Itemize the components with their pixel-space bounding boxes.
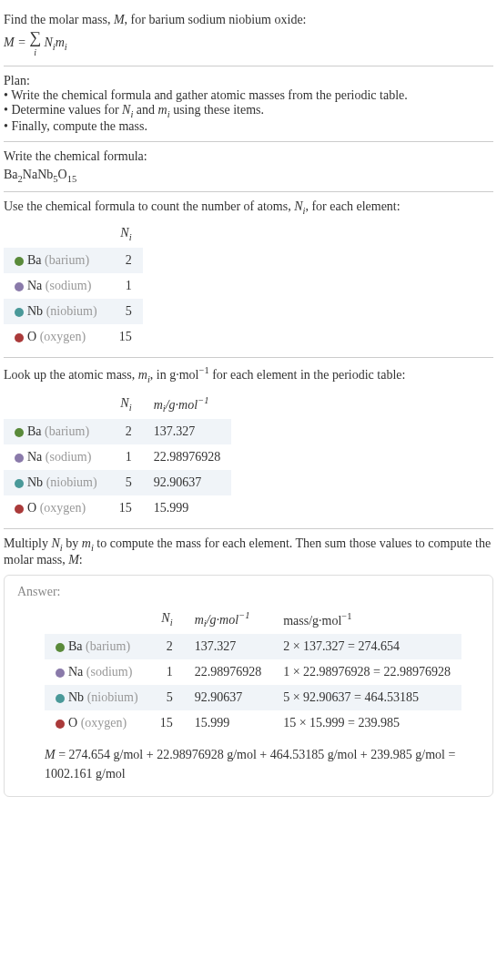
element-cell: Nb (niobium) [45, 685, 149, 710]
mi-header: mi/g·mol−1 [143, 390, 232, 419]
answer-box: Answer: Ni mi/g·mol−1 mass/g·mol−1 Ba (b… [4, 575, 493, 797]
element-cell: Na (sodium) [4, 444, 108, 470]
answer-content: Ni mi/g·mol−1 mass/g·mol−1 Ba (barium) 2… [17, 605, 480, 783]
ni-value: 1 [108, 444, 143, 470]
sigma-icon: ∑ [29, 28, 41, 46]
mi-value: 15.999 [184, 710, 273, 736]
mass-value: 1 × 22.98976928 = 22.98976928 [272, 659, 462, 685]
element-dot-icon [15, 282, 24, 291]
sigma-index: i [34, 47, 36, 57]
element-cell: Na (sodium) [45, 659, 149, 685]
element-dot-icon [56, 669, 65, 678]
element-cell: Nb (niobium) [4, 470, 108, 495]
ni-header: Ni [149, 605, 184, 634]
empty-header [4, 220, 108, 248]
element-dot-icon [15, 257, 24, 266]
ni-value: 5 [108, 299, 143, 324]
atom-count-section: Use the chemical formula to count the nu… [4, 192, 493, 359]
mi-value: 22.98976928 [143, 444, 232, 470]
plan-item: Determine values for Ni and mi using the… [4, 103, 493, 119]
atomic-mass-section: Look up the atomic mass, mi, in g·mol−1 … [4, 358, 493, 529]
mi-value: 137.327 [184, 634, 273, 659]
molar-mass-formula: M = ∑i Nimi [4, 29, 493, 58]
mi-value: 137.327 [143, 419, 232, 444]
element-dot-icon [15, 479, 24, 488]
ni-value: 15 [149, 710, 184, 736]
plan-list: Write the chemical formula and gather at… [4, 88, 493, 134]
sub-i: i [65, 42, 67, 52]
ni-value: 2 [149, 634, 184, 659]
ni-value: 1 [108, 273, 143, 299]
element-dot-icon [56, 720, 65, 729]
intro-section: Find the molar mass, M, for barium sodiu… [4, 5, 493, 66]
table-row: Ba (barium) 2 137.327 [4, 419, 231, 444]
table-row: Nb (niobium) 5 92.90637 [4, 470, 231, 495]
element-dot-icon [15, 505, 24, 514]
intro-text: Find the molar mass, M, for barium sodiu… [4, 13, 493, 27]
plan-item: Finally, compute the mass. [4, 119, 493, 134]
plan-item: Write the chemical formula and gather at… [4, 88, 493, 103]
table-row: Ba (barium) 2 137.327 2 × 137.327 = 274.… [45, 634, 462, 659]
formula-lhs: M [4, 36, 15, 49]
answer-table: Ni mi/g·mol−1 mass/g·mol−1 Ba (barium) 2… [45, 605, 462, 736]
element-cell: Ba (barium) [4, 248, 108, 273]
element-cell: Ba (barium) [4, 419, 108, 444]
intro-line1b: , for barium sodium niobium oxide: [125, 13, 307, 26]
table-header-row: Ni mi/g·mol−1 [4, 390, 231, 419]
ni-value: 2 [108, 248, 143, 273]
answer-label: Answer: [17, 585, 480, 599]
atom-count-table: Ni Ba (barium) 2 Na (sodium) 1 Nb (niobi… [4, 220, 143, 350]
chemical-formula-section: Write the chemical formula: Ba2NaNb5O15 [4, 142, 493, 192]
element-cell: Na (sodium) [4, 273, 108, 299]
table-header-row: Ni mi/g·mol−1 mass/g·mol−1 [45, 605, 462, 634]
plan-heading: Plan: [4, 74, 493, 88]
mass-value: 15 × 15.999 = 239.985 [272, 710, 462, 736]
element-dot-icon [56, 643, 65, 652]
m-var: M [114, 13, 125, 26]
element-cell: Ba (barium) [45, 634, 149, 659]
empty-header [45, 605, 149, 634]
multiply-section: Multiply Ni by mi to compute the mass fo… [4, 529, 493, 797]
table-row: Na (sodium) 1 22.98976928 1 × 22.9897692… [45, 659, 462, 685]
table-row: Na (sodium) 1 22.98976928 [4, 444, 231, 470]
element-cell: O (oxygen) [4, 495, 108, 521]
table-row: Na (sodium) 1 [4, 273, 143, 299]
table-row: Ba (barium) 2 [4, 248, 143, 273]
final-molar-mass: M = 274.654 g/mol + 22.98976928 g/mol + … [45, 745, 480, 783]
element-cell: O (oxygen) [4, 324, 108, 350]
mass-heading: Look up the atomic mass, mi, in g·mol−1 … [4, 365, 493, 383]
ni-header: Ni [108, 220, 143, 248]
mi-value: 92.90637 [184, 685, 273, 710]
atomic-mass-table: Ni mi/g·mol−1 Ba (barium) 2 137.327 Na (… [4, 390, 231, 521]
element-dot-icon [15, 308, 24, 317]
table-row: Nb (niobium) 5 92.90637 5 × 92.90637 = 4… [45, 685, 462, 710]
table-row: O (oxygen) 15 15.999 15 × 15.999 = 239.9… [45, 710, 462, 736]
chemformula-heading: Write the chemical formula: [4, 149, 493, 164]
ni-value: 5 [149, 685, 184, 710]
mi-value: 22.98976928 [184, 659, 273, 685]
mass-header: mass/g·mol−1 [272, 605, 462, 634]
empty-header [4, 390, 108, 419]
ni-var: Ni [44, 36, 55, 49]
ni-value: 15 [108, 495, 143, 521]
ni-value: 2 [108, 419, 143, 444]
table-header-row: Ni [4, 220, 143, 248]
count-heading: Use the chemical formula to count the nu… [4, 199, 493, 216]
mi-header: mi/g·mol−1 [184, 605, 273, 634]
element-cell: Nb (niobium) [4, 299, 108, 324]
mi-var: mi [56, 36, 67, 49]
ni-header: Ni [108, 390, 143, 419]
intro-line1: Find the molar mass, [4, 13, 114, 26]
element-dot-icon [56, 694, 65, 703]
mass-value: 2 × 137.327 = 274.654 [272, 634, 462, 659]
table-row: O (oxygen) 15 [4, 324, 143, 350]
chemical-formula: Ba2NaNb5O15 [4, 168, 493, 184]
mass-value: 5 × 92.90637 = 464.53185 [272, 685, 462, 710]
ni-value: 5 [108, 470, 143, 495]
element-dot-icon [15, 454, 24, 463]
element-dot-icon [15, 333, 24, 342]
formula-eq: = [15, 36, 29, 49]
mi-value: 92.90637 [143, 470, 232, 495]
element-dot-icon [15, 428, 24, 437]
ni-value: 1 [149, 659, 184, 685]
